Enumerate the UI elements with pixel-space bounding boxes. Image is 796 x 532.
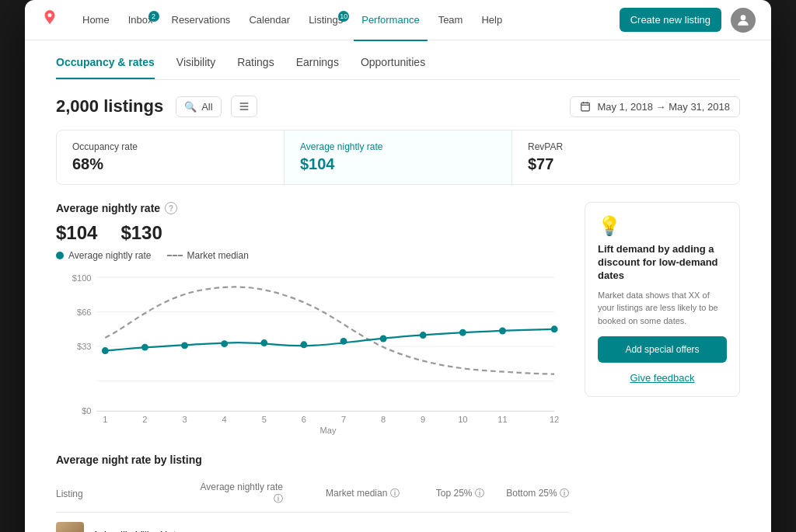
svg-point-23: [340, 338, 347, 345]
nav-home[interactable]: Home: [75, 9, 117, 30]
filter-bar: 🔍 All May 1, 2018 → May 31, 2018: [176, 96, 740, 117]
col-header-median: Market median ⓘ: [305, 487, 415, 500]
date-range-picker[interactable]: May 1, 2018 → May 31, 2018: [570, 96, 740, 117]
date-range-label: May 1, 2018 → May 31, 2018: [597, 101, 730, 113]
sub-navigation: Occupancy & rates Visibility Ratings Ear…: [56, 40, 740, 80]
lightbulb-icon: 💡: [598, 215, 727, 237]
svg-text:9: 9: [421, 415, 425, 424]
svg-point-24: [380, 336, 387, 342]
svg-point-21: [260, 339, 267, 346]
give-feedback-link[interactable]: Give feedback: [598, 372, 727, 384]
legend-market: Market median: [167, 250, 249, 261]
legend-avg-rate: Average nightly rate: [56, 250, 152, 261]
col-header-anr: Average nightly rate ⓘ: [188, 482, 298, 506]
line-chart: $100 $66 $33 $0: [56, 269, 569, 424]
table-section: Average night rate by listing Listing Av…: [56, 454, 569, 532]
app-frame: Home Inbox 2 Reservations Calendar Listi…: [25, 0, 771, 532]
svg-point-27: [499, 328, 506, 335]
col-header-listing: Listing: [56, 489, 182, 499]
filter-options-button[interactable]: [231, 96, 257, 117]
svg-text:2: 2: [142, 415, 147, 424]
svg-text:3: 3: [182, 415, 187, 424]
sidebar-panel: 💡 Lift demand by adding a discount for l…: [585, 202, 740, 532]
my-rate-value: $104: [56, 222, 97, 244]
metric-revpar[interactable]: RevPAR $77: [512, 130, 739, 184]
chart-title: Average nightly rate ?: [56, 202, 569, 214]
inbox-badge: 2: [148, 11, 159, 22]
content-header: 2,000 listings 🔍 All: [56, 96, 740, 117]
svg-point-18: [141, 344, 148, 351]
search-icon: 🔍: [184, 101, 197, 113]
market-median: $130: [120, 222, 162, 244]
svg-point-19: [181, 342, 188, 349]
metric-avg-rate[interactable]: Average nightly rate $104: [285, 130, 512, 184]
tab-ratings[interactable]: Ratings: [237, 56, 274, 79]
x-axis-month-label: May: [56, 426, 569, 435]
svg-text:11: 11: [498, 415, 507, 424]
nav-listings[interactable]: Listings 10: [301, 9, 351, 30]
svg-point-26: [459, 329, 466, 336]
nav-team[interactable]: Team: [431, 9, 471, 30]
svg-text:7: 7: [341, 415, 346, 424]
listings-badge: 10: [338, 11, 349, 22]
col-header-top25: Top 25% ⓘ: [421, 487, 500, 500]
promotion-card: 💡 Lift demand by adding a discount for l…: [585, 202, 740, 397]
search-filter[interactable]: 🔍 All: [176, 96, 221, 117]
svg-text:8: 8: [381, 415, 386, 424]
legend-dash-icon: [167, 255, 183, 256]
nav-calendar[interactable]: Calendar: [241, 9, 298, 30]
metrics-row: Occupancy rate 68% Average nightly rate …: [56, 130, 740, 185]
svg-text:6: 6: [302, 415, 306, 424]
svg-text:$100: $100: [72, 273, 92, 283]
tab-occupancy-rates[interactable]: Occupancy & rates: [56, 56, 155, 79]
chart-values: $104 $130: [56, 222, 569, 244]
legend-dot-icon: [56, 252, 64, 259]
svg-point-17: [102, 347, 109, 354]
promo-title: Lift demand by adding a discount for low…: [598, 243, 727, 283]
main-content: Occupancy & rates Visibility Ratings Ear…: [25, 40, 771, 532]
svg-rect-4: [581, 103, 590, 111]
svg-point-22: [300, 341, 307, 348]
nav-performance[interactable]: Performance: [354, 9, 427, 30]
svg-point-28: [551, 325, 558, 332]
add-special-offers-button[interactable]: Add special offers: [598, 336, 727, 363]
svg-text:1: 1: [103, 415, 107, 424]
chart-container: $100 $66 $33 $0: [56, 269, 569, 424]
chart-and-sidebar: Average nightly rate ? $104 $130 Average…: [56, 202, 740, 532]
market-value: $130: [120, 222, 162, 244]
metric-occupancy[interactable]: Occupancy rate 68%: [57, 130, 285, 184]
chart-legend: Average nightly rate Market median: [56, 250, 569, 261]
nav-reservations[interactable]: Reservations: [164, 9, 239, 30]
svg-text:12: 12: [550, 415, 559, 424]
table-row: Asheville Villa: Hot Tub, Game $123 $110…: [56, 513, 569, 532]
table-header: Listing Average nightly rate ⓘ Market me…: [56, 475, 569, 513]
metric-rate-label: Average nightly rate: [300, 141, 496, 152]
svg-point-20: [221, 340, 228, 347]
create-listing-button[interactable]: Create new listing: [620, 8, 721, 32]
airbnb-logo[interactable]: [40, 9, 59, 32]
tab-earnings[interactable]: Earnings: [296, 56, 339, 79]
tab-visibility[interactable]: Visibility: [176, 56, 215, 79]
metric-rate-value: $104: [300, 155, 496, 173]
svg-text:$0: $0: [82, 406, 91, 416]
nav-items-list: Home Inbox 2 Reservations Calendar Listi…: [75, 9, 604, 30]
legend-market-label: Market median: [187, 250, 249, 261]
legend-avg-label: Average nightly rate: [68, 250, 152, 261]
chart-info-icon[interactable]: ?: [165, 202, 177, 214]
nav-inbox[interactable]: Inbox 2: [120, 9, 161, 30]
table-title: Average night rate by listing: [56, 454, 569, 466]
svg-text:$33: $33: [77, 342, 92, 351]
avatar[interactable]: [731, 8, 756, 33]
nav-right-section: Create new listing: [620, 8, 756, 33]
nav-help[interactable]: Help: [473, 9, 510, 30]
svg-text:4: 4: [222, 415, 227, 424]
my-avg-rate: $104: [56, 222, 97, 244]
metric-revpar-label: RevPAR: [528, 141, 724, 152]
tab-opportunities[interactable]: Opportunities: [361, 56, 425, 79]
listing-thumbnail: [56, 522, 84, 532]
svg-point-25: [420, 332, 427, 339]
metric-occupancy-label: Occupancy rate: [72, 141, 268, 152]
main-nav: Home Inbox 2 Reservations Calendar Listi…: [25, 0, 771, 40]
promo-description: Market data shows that XX of your listin…: [598, 289, 727, 328]
listings-count: 2,000 listings: [56, 96, 163, 116]
